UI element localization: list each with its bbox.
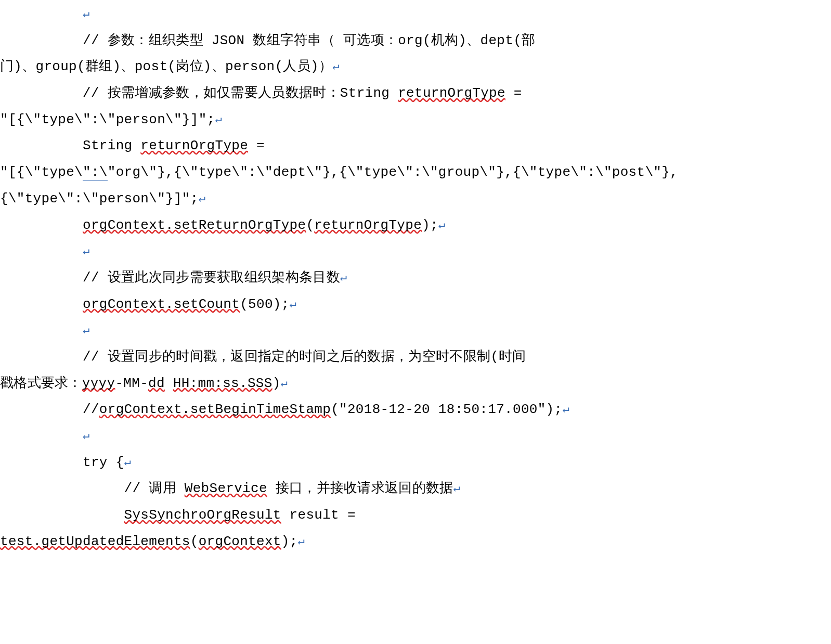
code-line: try {↵ bbox=[0, 449, 831, 476]
indent bbox=[0, 217, 83, 233]
code-line: orgContext.setReturnOrgType(returnOrgTyp… bbox=[0, 212, 831, 239]
spellcheck-token: returnOrgType bbox=[140, 138, 248, 153]
spellcheck-token: returnOrgType bbox=[314, 217, 422, 233]
indent bbox=[0, 428, 83, 444]
newline-icon: ↵ bbox=[83, 430, 90, 443]
spellcheck-token: orgContext.setCount bbox=[83, 297, 240, 312]
code-line: 戳格式要求：yyyy-MM-dd HH:mm:ss.SSS)↵ bbox=[0, 370, 831, 397]
spellcheck-token: HH:mm:ss.SSS bbox=[173, 376, 272, 391]
grammar-token: ":\ bbox=[83, 164, 108, 181]
code-text: // 调用 bbox=[0, 481, 185, 496]
code-line: "[{\"type\":\"org\"},{\"type\":\"dept\"}… bbox=[0, 159, 831, 186]
code-text: // 设置同步的时间戳，返回指定的时间之后的数据，为空时不限制(时间 bbox=[0, 349, 526, 365]
code-text: 接口，并接收请求返回的数据 bbox=[267, 481, 453, 496]
spellcheck-token: orgContext bbox=[199, 534, 281, 549]
code-line: ↵ bbox=[0, 1, 831, 28]
code-text: ); bbox=[281, 534, 298, 549]
code-text: // bbox=[0, 402, 99, 417]
code-text: ); bbox=[422, 217, 438, 233]
code-text: "org\"},{\"type\":\"dept\"},{\"type\":\"… bbox=[108, 164, 678, 180]
newline-icon: ↵ bbox=[562, 403, 569, 416]
spellcheck-token: SysSynchroOrgResult bbox=[124, 507, 281, 523]
code-line: SysSynchroOrgResult result = bbox=[0, 502, 831, 529]
code-line: "[{\"type\":\"person\"}]";↵ bbox=[0, 107, 831, 133]
newline-icon: ↵ bbox=[83, 245, 90, 258]
code-text: {\"type\":\"person\"}]"; bbox=[0, 191, 199, 207]
newline-icon: ↵ bbox=[215, 113, 222, 126]
newline-icon: ↵ bbox=[438, 219, 446, 232]
code-text: 门)、group(群组)、post(岗位)、person(人员)） bbox=[0, 59, 332, 74]
spellcheck-token: test.getUpdatedElements bbox=[0, 534, 190, 549]
code-line: // 调用 WebService 接口，并接收请求返回的数据↵ bbox=[0, 475, 831, 502]
indent bbox=[0, 323, 83, 338]
newline-icon: ↵ bbox=[340, 272, 347, 285]
code-line: ↵ bbox=[0, 238, 831, 265]
newline-icon: ↵ bbox=[83, 324, 90, 337]
code-text: 戳格式要求： bbox=[0, 376, 82, 391]
code-text: "[{\"type\ bbox=[0, 164, 83, 180]
spellcheck-token: dd bbox=[148, 376, 165, 391]
code-text bbox=[0, 507, 124, 523]
code-text: result = bbox=[281, 507, 364, 523]
newline-icon: ↵ bbox=[281, 377, 288, 390]
code-text: // 设置此次同步需要获取组织架构条目数 bbox=[0, 270, 340, 286]
code-line: {\"type\":\"person\"}]";↵ bbox=[0, 186, 831, 212]
code-line: test.getUpdatedElements(orgContext);↵ bbox=[0, 529, 831, 555]
newline-icon: ↵ bbox=[332, 60, 340, 73]
code-text bbox=[165, 376, 173, 391]
code-text: ( bbox=[306, 217, 314, 233]
code-text: = bbox=[505, 85, 530, 101]
code-line: 门)、group(群组)、post(岗位)、person(人员)）↵ bbox=[0, 54, 831, 80]
code-text: (500); bbox=[240, 297, 289, 312]
newline-icon: ↵ bbox=[199, 192, 206, 205]
code-line: // 按需增减参数，如仅需要人员数据时：String returnOrgType… bbox=[0, 80, 831, 107]
newline-icon: ↵ bbox=[298, 535, 305, 548]
code-line: ↵ bbox=[0, 317, 831, 344]
code-text: "[{\"type\":\"person\"}]"; bbox=[0, 112, 215, 127]
code-text: ) bbox=[272, 376, 281, 391]
code-text: -MM- bbox=[115, 376, 148, 391]
code-text: try { bbox=[0, 455, 124, 470]
spellcheck-token: yyyy bbox=[82, 376, 115, 391]
newline-icon: ↵ bbox=[290, 298, 297, 311]
spellcheck-token: WebService bbox=[185, 481, 267, 496]
code-line: // 设置此次同步需要获取组织架构条目数↵ bbox=[0, 265, 831, 291]
indent bbox=[0, 297, 83, 312]
spellcheck-token: orgContext.setBeginTimeStamp bbox=[99, 402, 331, 417]
code-text: = bbox=[248, 138, 273, 153]
code-line: // 设置同步的时间戳，返回指定的时间之后的数据，为空时不限制(时间 bbox=[0, 344, 831, 370]
newline-icon: ↵ bbox=[124, 456, 132, 469]
code-text: String bbox=[0, 138, 140, 153]
code-text: ("2018-12-20 18:50:17.000"); bbox=[331, 402, 562, 417]
spellcheck-token: orgContext.setReturnOrgType bbox=[83, 217, 306, 233]
code-line: ↵ bbox=[0, 423, 831, 449]
indent bbox=[0, 6, 83, 22]
code-line: // 参数：组织类型 JSON 数组字符串（ 可选项：org(机构)、dept(… bbox=[0, 28, 831, 54]
newline-icon: ↵ bbox=[83, 8, 90, 21]
code-line: orgContext.setCount(500);↵ bbox=[0, 291, 831, 318]
newline-icon: ↵ bbox=[453, 482, 461, 495]
indent bbox=[0, 243, 83, 259]
code-text: // 按需增减参数，如仅需要人员数据时：String bbox=[0, 85, 398, 101]
code-text: ( bbox=[190, 534, 199, 549]
code-line: String returnOrgType = bbox=[0, 133, 831, 159]
code-line: //orgContext.setBeginTimeStamp("2018-12-… bbox=[0, 396, 831, 423]
spellcheck-token: returnOrgType bbox=[398, 85, 505, 101]
code-document: ↵ // 参数：组织类型 JSON 数组字符串（ 可选项：org(机构)、dep… bbox=[0, 0, 831, 555]
code-text: // 参数：组织类型 JSON 数组字符串（ 可选项：org(机构)、dept(… bbox=[0, 33, 535, 48]
